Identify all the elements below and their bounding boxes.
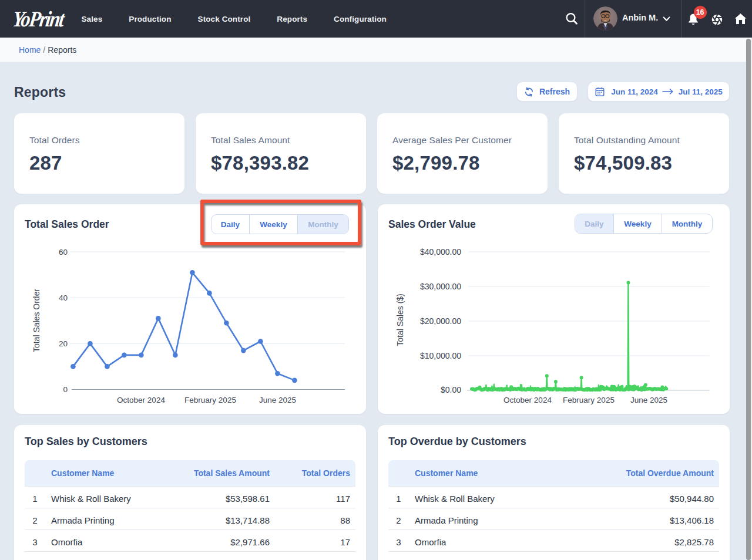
svg-text:October 2024: October 2024 xyxy=(503,396,552,404)
svg-text:Total Sales Order: Total Sales Order xyxy=(32,289,41,352)
svg-text:$10,000.00: $10,000.00 xyxy=(420,351,461,360)
svg-text:$20,000.00: $20,000.00 xyxy=(420,316,461,326)
svg-text:Total Sales ($): Total Sales ($) xyxy=(395,294,405,346)
svg-text:June 2025: June 2025 xyxy=(630,396,667,404)
svg-text:February 2025: February 2025 xyxy=(563,396,615,404)
svg-text:$30,000.00: $30,000.00 xyxy=(420,282,461,291)
svg-text:June 2025: June 2025 xyxy=(259,396,296,404)
svg-text:October 2024: October 2024 xyxy=(117,396,165,404)
svg-text:$0.00: $0.00 xyxy=(441,385,461,394)
svg-text:$40,000.00: $40,000.00 xyxy=(420,247,461,257)
svg-text:40: 40 xyxy=(59,294,68,302)
svg-text:60: 60 xyxy=(59,248,68,257)
svg-text:20: 20 xyxy=(59,339,68,348)
svg-text:0: 0 xyxy=(63,385,68,394)
svg-text:February 2025: February 2025 xyxy=(184,396,236,404)
